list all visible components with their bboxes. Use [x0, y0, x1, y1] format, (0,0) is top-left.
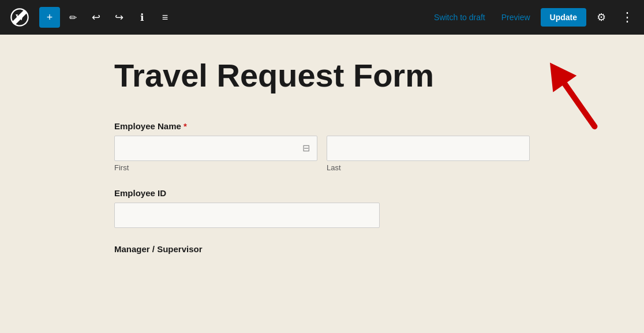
info-icon: ℹ	[140, 12, 144, 24]
wp-logo[interactable]: W	[7, 0, 32, 35]
toolbar: W + ✏ ↩ ↪ ℹ ≡ Switch to draft Preview Up…	[0, 0, 644, 35]
update-button[interactable]: Update	[541, 8, 586, 27]
svg-line-1	[558, 74, 594, 126]
switch-to-draft-button[interactable]: Switch to draft	[428, 9, 491, 25]
settings-button[interactable]: ⚙	[591, 7, 612, 28]
manager-label: Manager / Supervisor	[114, 244, 530, 254]
more-options-button[interactable]: ⋮	[616, 7, 637, 28]
employee-name-label: Employee Name *	[114, 121, 530, 131]
name-fields: ⊟ First Last	[114, 136, 530, 172]
employee-id-section: Employee ID	[114, 188, 530, 228]
field-icon: ⊟	[302, 143, 310, 154]
employee-name-section: Employee Name * ⊟ First Last	[114, 121, 530, 172]
employee-id-input[interactable]	[114, 203, 380, 228]
redo-button[interactable]: ↪	[108, 7, 129, 28]
info-button[interactable]: ℹ	[132, 7, 152, 28]
undo-button[interactable]: ↩	[85, 7, 106, 28]
undo-icon: ↩	[92, 11, 100, 24]
list-icon: ≡	[162, 12, 169, 24]
last-name-field-wrap: Last	[327, 136, 530, 172]
page-title: Travel Request Form	[114, 58, 530, 93]
manager-section: Manager / Supervisor	[114, 244, 530, 254]
employee-id-label: Employee ID	[114, 188, 530, 198]
gear-icon: ⚙	[597, 11, 606, 24]
pencil-icon: ✏	[69, 12, 77, 23]
svg-text:W: W	[16, 13, 24, 22]
editor-area: Travel Request Form Employee Name * ⊟ Fi…	[0, 35, 644, 333]
preview-button[interactable]: Preview	[496, 9, 536, 25]
redo-icon: ↪	[115, 11, 123, 24]
last-name-input[interactable]	[327, 136, 530, 161]
toolbar-right: Switch to draft Preview Update ⚙ ⋮	[428, 7, 637, 28]
more-icon: ⋮	[621, 10, 633, 25]
first-name-field-wrap: ⊟ First	[114, 136, 317, 172]
first-name-sublabel: First	[114, 163, 317, 172]
edit-button[interactable]: ✏	[62, 7, 83, 28]
add-icon: +	[47, 12, 53, 24]
required-indicator: *	[184, 121, 187, 131]
page-content: Travel Request Form Employee Name * ⊟ Fi…	[114, 58, 530, 254]
svg-marker-2	[540, 54, 576, 92]
arrow-annotation	[540, 52, 609, 147]
first-name-input[interactable]: ⊟	[114, 136, 317, 161]
last-name-sublabel: Last	[327, 163, 530, 172]
list-view-button[interactable]: ≡	[155, 7, 175, 28]
add-button[interactable]: +	[39, 7, 60, 28]
